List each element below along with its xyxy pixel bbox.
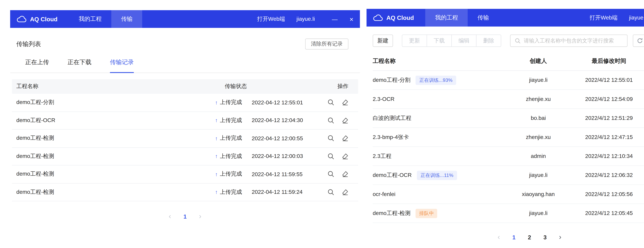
minimize-button[interactable]: — [326, 10, 343, 28]
nav-item-my-projects[interactable]: 我的工程 [426, 9, 468, 27]
prev-page-icon[interactable]: ‹ [498, 233, 500, 241]
username[interactable]: jiayue.li [296, 16, 315, 22]
project-row[interactable]: demo工程-OCR 正在训练...11% jiayue.li 2022/4/1… [373, 166, 644, 185]
delete-button[interactable]: 删除 [476, 35, 501, 47]
prev-page-icon[interactable]: ‹ [169, 213, 171, 220]
inspect-icon[interactable] [328, 135, 334, 142]
username[interactable]: jiayue.li [629, 15, 644, 21]
next-page-icon[interactable]: › [199, 213, 201, 220]
modified-time: 2022/4/12 12:06:32 [572, 172, 644, 178]
upload-arrow-icon: ↑ [215, 99, 218, 106]
project-row[interactable]: ocr-fenlei xiaoyang.han 2022/4/12 12:05:… [373, 185, 644, 204]
download-button[interactable]: 下载 [426, 35, 452, 47]
status-text: 上传完成 [220, 135, 242, 142]
cloud-logo-icon [373, 14, 383, 21]
nav-item-my-projects[interactable]: 我的工程 [69, 10, 112, 28]
next-page-icon[interactable]: › [559, 233, 561, 241]
upload-arrow-icon: ↑ [215, 153, 218, 159]
projects-pagination: ‹ 1 2 3 › [366, 233, 644, 241]
page-number-1[interactable]: 1 [512, 234, 516, 240]
creator: jiayue.li [505, 210, 571, 216]
project-name: 白波的测试工程 [373, 114, 412, 122]
project-name-cell: 2.3-OCR [373, 96, 505, 102]
modified-time: 2022/4/12 12:05:56 [572, 191, 644, 197]
open-web-link[interactable]: 打开Web端 [257, 15, 285, 23]
update-button[interactable]: 更新 [402, 35, 427, 47]
upload-arrow-icon: ↑ [215, 117, 218, 123]
erase-record-icon[interactable] [342, 135, 348, 142]
transfer-timestamp: 2022-04-12 12:04:30 [252, 117, 303, 123]
col-header-project-name: 工程名称 [373, 57, 505, 65]
tab-downloading[interactable]: 正在下载 [68, 58, 92, 73]
app-name: AQ Cloud [386, 14, 414, 21]
tab-transfer-records[interactable]: 传输记录 [110, 58, 134, 73]
status-label: ↑上传完成 [215, 135, 252, 142]
transfer-status-cell: ↑上传完成 2022-04-12 12:04:30 [215, 117, 321, 124]
transfer-timestamp: 2022-04-12 12:00:55 [252, 135, 303, 142]
erase-record-icon[interactable] [342, 117, 348, 124]
project-name-cell: 2.3工程 [373, 152, 505, 160]
inspect-icon[interactable] [328, 171, 334, 177]
creator: zhenjie.xu [505, 134, 571, 140]
project-row[interactable]: demo工程-分割 正在训练...93% jiayue.li 2022/4/12… [373, 71, 644, 90]
inspect-icon[interactable] [328, 189, 334, 195]
project-row[interactable]: 2.3工程 admin 2022/4/12 12:10:34 训练 [373, 147, 644, 166]
row-operations [321, 189, 358, 195]
project-name-cell: 白波的测试工程 [373, 114, 505, 122]
page-number-3[interactable]: 3 [544, 234, 547, 240]
transfer-tabs: 正在上传 正在下载 传输记录 [10, 58, 360, 73]
project-name: demo工程-检测 [12, 153, 215, 160]
transfer-status-cell: ↑上传完成 2022-04-12 11:59:55 [215, 170, 321, 178]
erase-record-icon[interactable] [342, 189, 348, 195]
erase-record-icon[interactable] [342, 153, 348, 160]
erase-record-icon[interactable] [342, 171, 348, 177]
creator: xiaoyang.han [505, 191, 571, 197]
app-brand: AQ Cloud [366, 14, 414, 21]
inspect-icon[interactable] [328, 153, 334, 160]
transfer-timestamp: 2022-04-12 11:59:24 [252, 189, 302, 195]
nav-item-transfer[interactable]: 传输 [468, 9, 499, 27]
tab-uploading[interactable]: 正在上传 [25, 58, 49, 73]
transfer-row: demo工程-检测 ↑上传完成 2022-04-12 12:00:03 [12, 148, 358, 165]
refresh-button[interactable] [633, 35, 644, 47]
project-row[interactable]: 白波的测试工程 bo.bai 2022/4/12 12:51:29 训练 [373, 109, 644, 128]
project-name: 2.3工程 [373, 152, 392, 160]
transfer-row: demo工程-检测 ↑上传完成 2022-04-12 11:59:24 [12, 183, 358, 201]
page-number-1[interactable]: 1 [184, 213, 187, 220]
status-label: ↑上传完成 [215, 153, 252, 160]
project-name: demo工程-检测 [12, 188, 215, 196]
project-row[interactable]: demo工程-检测 排队中 jiayue.li 2022/4/12 12:05:… [373, 204, 644, 223]
status-label: ↑上传完成 [215, 188, 252, 196]
inspect-icon[interactable] [328, 117, 334, 124]
edit-button[interactable]: 编辑 [451, 35, 476, 47]
transfer-row: demo工程-OCR ↑上传完成 2022-04-12 12:04:30 [12, 112, 358, 130]
project-name: ocr-fenlei [373, 191, 396, 197]
erase-record-icon[interactable] [342, 99, 348, 106]
projects-table: 工程名称 创建人 最后修改时间 demo工程-分割 正在训练...93% jia… [373, 51, 644, 223]
search-input[interactable] [524, 38, 622, 44]
project-row[interactable]: 2.3-OCR zhenjie.xu 2022/4/12 12:54:09 训练 [373, 90, 644, 109]
search-icon [515, 38, 521, 44]
project-name: 2.3-bmp-4张卡 [373, 134, 409, 141]
project-name-cell: demo工程-OCR 正在训练...11% [373, 171, 505, 180]
main-nav: 我的工程 传输 [426, 9, 499, 27]
transfer-pagination: ‹ 1 › [10, 213, 360, 220]
new-project-button[interactable]: 新建 [373, 35, 393, 47]
status-label: ↑上传完成 [215, 117, 252, 124]
clear-all-records-button[interactable]: 清除所有记录 [305, 38, 348, 50]
transfer-timestamp: 2022-04-12 12:00:03 [252, 153, 303, 159]
page-number-2[interactable]: 2 [528, 234, 531, 240]
row-operations [321, 135, 358, 142]
project-name: 2.3-OCR [373, 96, 394, 102]
nav-item-transfer[interactable]: 传输 [112, 10, 142, 28]
projects-table-header: 工程名称 创建人 最后修改时间 [373, 51, 644, 71]
modified-time: 2022/4/12 12:51:29 [572, 115, 644, 121]
project-row[interactable]: 2.3-bmp-4张卡 zhenjie.xu 2022/4/12 12:47:1… [373, 128, 644, 147]
inspect-icon[interactable] [328, 99, 334, 106]
transfer-status-cell: ↑上传完成 2022-04-12 12:00:55 [215, 135, 321, 142]
status-text: 上传完成 [220, 99, 242, 106]
close-button[interactable]: × [343, 10, 360, 28]
page-title: 传输列表 [16, 40, 41, 48]
open-web-link[interactable]: 打开Web端 [590, 14, 618, 22]
project-name: demo工程-检测 [12, 135, 215, 142]
